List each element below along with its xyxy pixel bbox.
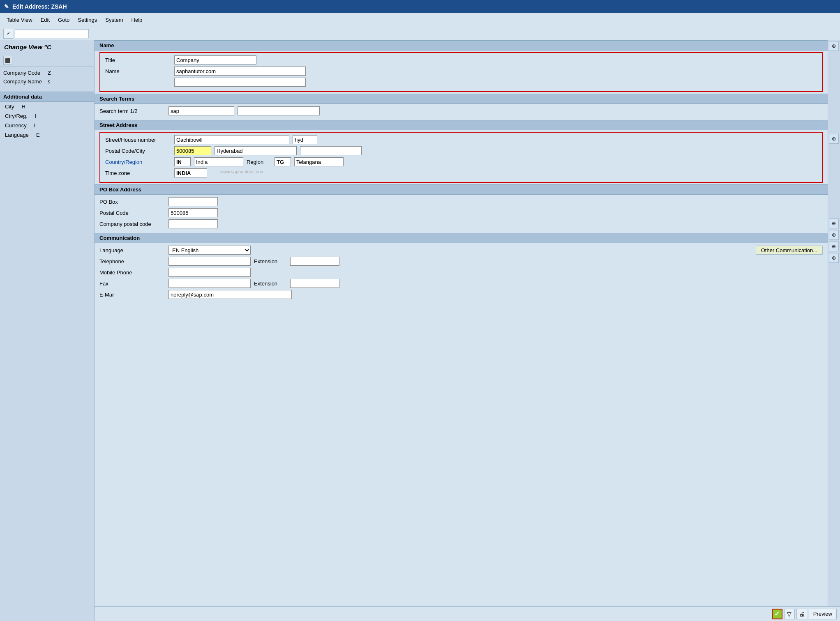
title-bar: ✎ Edit Address: ZSAH [0, 0, 840, 13]
menu-item-edit[interactable]: Edit [37, 16, 53, 24]
fax-label: Fax [99, 281, 165, 287]
name-section-header: Name [95, 40, 828, 51]
pobox-postal-input[interactable] [168, 208, 218, 217]
house-number-input[interactable] [293, 135, 317, 144]
telephone-row: Telephone Extension [99, 257, 823, 266]
name-label: Name [105, 68, 171, 74]
right-btn-4[interactable]: ⊕ [829, 230, 839, 240]
region-name-input[interactable] [294, 157, 344, 166]
title-text: Edit Address: ZSAH [12, 3, 67, 10]
company-postal-label: Company postal code [99, 221, 165, 227]
toolbar-check-btn[interactable]: ✓ [3, 29, 13, 39]
preview-btn[interactable]: Preview [809, 609, 837, 619]
mobile-row: Mobile Phone [99, 268, 823, 277]
extension-input[interactable] [290, 257, 339, 266]
toolbar: ✓ [0, 27, 840, 40]
menu-item-goto[interactable]: Goto [55, 16, 73, 24]
bottom-toolbar: ✓ ▽ 🖨 Preview [95, 606, 840, 621]
company-postal-input[interactable] [168, 219, 218, 228]
right-btn-5[interactable]: ⊕ [829, 242, 839, 251]
city-extra-input[interactable] [300, 146, 362, 155]
city-input[interactable] [215, 146, 297, 155]
print-btn[interactable]: 🖨 [796, 609, 807, 619]
sidebar-additional-title: Additional data [0, 92, 94, 102]
title-input[interactable] [174, 55, 256, 64]
sidebar-nav-city[interactable]: City H [0, 102, 94, 111]
language-row: Language EN English Other Communication.… [99, 246, 823, 255]
sidebar-icon-btn-1[interactable]: ⬛ [3, 56, 12, 65]
street-section: Street/House number Postal Code/City Cou… [99, 132, 823, 183]
right-btn-6[interactable]: ⊕ [829, 253, 839, 263]
right-btn-3[interactable]: ⊕ [829, 218, 839, 228]
company-code-label: Company Code [3, 70, 44, 76]
fax-ext-input[interactable] [290, 279, 339, 288]
right-btn-2[interactable]: ⊕ [829, 134, 839, 144]
country-label[interactable]: Country/Region [105, 159, 171, 165]
postal-code-input[interactable] [174, 146, 211, 155]
right-sidebar: ⊕ ⊕ ⊕ ⊕ ⊕ ⊕ [828, 40, 840, 621]
company-name-value: s [48, 78, 51, 85]
extension-label: Extension [254, 258, 287, 264]
country-row: Country/Region Region [105, 157, 817, 166]
street-input[interactable] [174, 135, 289, 144]
title-icon: ✎ [4, 3, 9, 10]
company-name-label: Company Name [3, 78, 44, 85]
postal-city-label: Postal Code/City [105, 148, 171, 154]
menu-item-help[interactable]: Help [128, 16, 146, 24]
company-code-value: Z [48, 70, 51, 76]
sidebar-nav-currency[interactable]: Currency I [0, 121, 94, 130]
right-btn-1[interactable]: ⊕ [829, 41, 839, 51]
save-check-btn[interactable]: ✓ [772, 609, 782, 619]
postal-city-row: Postal Code/City [105, 146, 817, 155]
sidebar-additional-data: Additional data City H Ctry/Reg. I Curre… [0, 92, 94, 140]
search-terms-content: Search term 1/2 [95, 104, 828, 120]
menu-item-system[interactable]: System [102, 16, 126, 24]
toolbar-search-input[interactable] [15, 29, 89, 38]
title-row: Title ▼ [105, 55, 817, 64]
sidebar-fields: Company Code Z Company Name s [0, 67, 94, 87]
pobox-postal-row: Postal Code [99, 208, 823, 217]
country-name-input[interactable] [194, 157, 243, 166]
timezone-label: Time zone [105, 170, 171, 176]
sidebar-nav-language[interactable]: Language E [0, 130, 94, 140]
telephone-label: Telephone [99, 258, 165, 264]
name-input1[interactable] [174, 67, 306, 76]
email-input[interactable] [168, 290, 292, 299]
language-select[interactable]: EN English [168, 246, 251, 255]
pobox-row: PO Box [99, 197, 823, 206]
menu-bar: Table View Edit Goto Settings System Hel… [0, 13, 840, 27]
sidebar-nav-ctry[interactable]: Ctry/Reg. I [0, 111, 94, 121]
fax-row: Fax Extension [99, 279, 823, 288]
search-term-input1[interactable] [168, 106, 234, 115]
filter-btn[interactable]: ▽ [784, 609, 795, 619]
name-section-border: Title ▼ Name [99, 52, 823, 92]
watermark: www.saphantutor.com [220, 169, 265, 174]
search-term-input2[interactable] [238, 106, 320, 115]
mobile-input[interactable] [168, 268, 251, 277]
content-area: Name Title ▼ Name [95, 40, 828, 621]
menu-item-settings[interactable]: Settings [74, 16, 100, 24]
pobox-postal-label: Postal Code [99, 210, 165, 216]
timezone-input[interactable] [174, 168, 207, 177]
main-layout: Change View "C ⬛ Company Code Z Company … [0, 40, 840, 621]
timezone-row: Time zone www.saphantutor.com [105, 168, 817, 177]
country-code-input[interactable] [174, 157, 191, 166]
region-code-input[interactable] [275, 157, 291, 166]
telephone-input[interactable] [168, 257, 251, 266]
email-label: E-Mail [99, 292, 165, 298]
menu-item-tableview[interactable]: Table View [3, 16, 36, 24]
sidebar-company-name-row: Company Name s [0, 77, 94, 86]
region-label: Region [247, 159, 271, 165]
comm-section-content: Language EN English Other Communication.… [95, 243, 828, 304]
name-input2[interactable] [174, 78, 306, 87]
pobox-input[interactable] [168, 197, 218, 206]
name-row2 [105, 78, 817, 87]
fax-ext-label: Extension [254, 281, 287, 287]
sidebar-company-code-row: Company Code Z [0, 69, 94, 77]
fax-input[interactable] [168, 279, 251, 288]
other-comm-btn[interactable]: Other Communication... [756, 246, 823, 255]
search-term-row: Search term 1/2 [99, 106, 823, 115]
pobox-label: PO Box [99, 199, 165, 205]
street-section-header: Street Address [95, 120, 828, 130]
language-label: Language [99, 247, 165, 253]
